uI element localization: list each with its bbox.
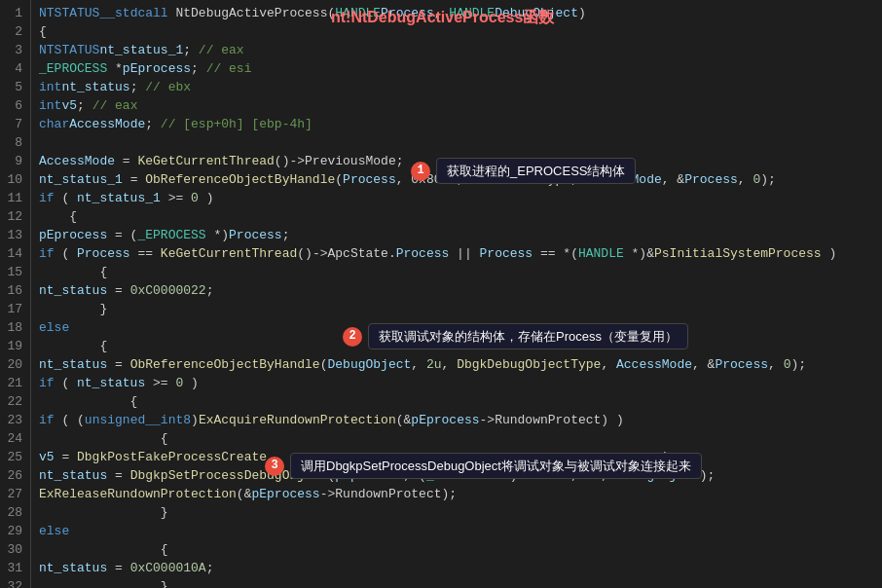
editor-container: nt!NtDebugActiveProcess函数 12345678910111… (0, 0, 882, 588)
line-numbers: 1234567891011121314151617181920212223242… (0, 0, 31, 588)
code-line-27: ExReleaseRundownProtection(&pEprocess->R… (39, 485, 874, 503)
code-line-31: nt_status = 0xC000010A; (39, 559, 874, 577)
code-line-7: char AccessMode; // [esp+0h] [ebp-4h] (39, 115, 874, 133)
code-line-15: { (39, 263, 874, 281)
code-line-24: { (39, 429, 874, 448)
code-line-29: else (39, 522, 874, 540)
code-line-32: } (39, 577, 874, 588)
code-line-16: nt_status = 0xC0000022; (39, 281, 874, 300)
code-line-4: _EPROCESS *pEprocess; // esi (39, 59, 874, 78)
annotation-bubble-3: 调用DbgkpSetProcessDebugObject将调试对象与被调试对象连… (290, 453, 702, 479)
code-line-3: NTSTATUS nt_status_1; // eax (39, 41, 874, 59)
code-line-28: } (39, 503, 874, 522)
annotation-3: 3 调用DbgkpSetProcessDebugObject将调试对象与被调试对… (265, 453, 702, 479)
code-line-6: int v5; // eax (39, 96, 874, 115)
annotation-number-1: 1 (411, 162, 430, 181)
func-title-annotation: nt!NtDebugActiveProcess函数 (331, 8, 554, 28)
code-line-30: { (39, 540, 874, 559)
code-line-8 (39, 133, 874, 152)
annotation-number-2: 2 (343, 327, 362, 347)
annotation-number-3: 3 (265, 457, 284, 476)
code-area: 1234567891011121314151617181920212223242… (0, 0, 882, 588)
code-content[interactable]: 1 获取进程的_EPROCESS结构体 2 获取调试对象的结构体，存储在Proc… (31, 0, 882, 588)
annotation-2: 2 获取调试对象的结构体，存储在Process（变量复用） (343, 323, 688, 349)
code-line-17: } (39, 300, 874, 318)
code-line-22: { (39, 392, 874, 411)
code-line-13: pEprocess = (_EPROCESS *)Process; (39, 226, 874, 244)
code-line-11: if ( nt_status_1 >= 0 ) (39, 189, 874, 207)
annotation-bubble-1: 获取进程的_EPROCESS结构体 (436, 158, 636, 184)
code-line-14: if ( Process == KeGetCurrentThread()->Ap… (39, 244, 874, 263)
code-line-5: int nt_status; // ebx (39, 78, 874, 96)
code-line-20: nt_status = ObReferenceObjectByHandle(De… (39, 355, 874, 374)
code-line-21: if ( nt_status >= 0 ) (39, 374, 874, 392)
annotation-1: 1 获取进程的_EPROCESS结构体 (411, 158, 636, 184)
code-line-12: { (39, 207, 874, 226)
annotation-bubble-2: 获取调试对象的结构体，存储在Process（变量复用） (368, 323, 688, 349)
code-line-23: if ( (unsigned __int8)ExAcquireRundownPr… (39, 411, 874, 429)
